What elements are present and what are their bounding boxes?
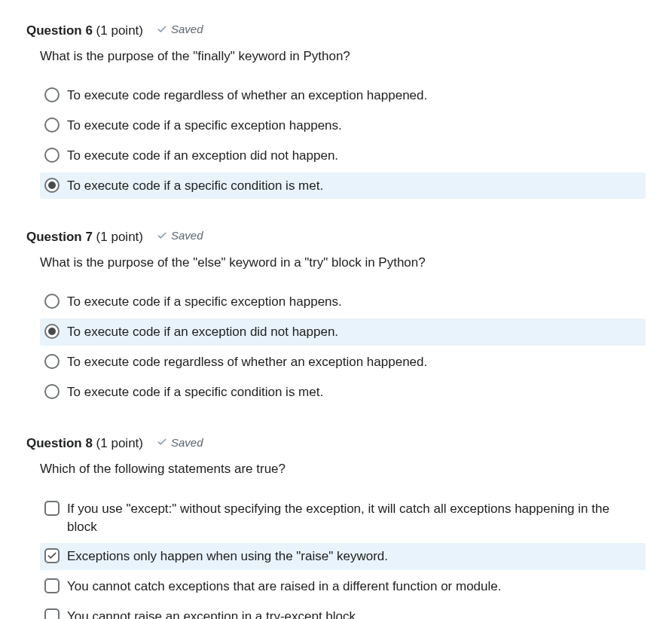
question-title: Question 7 (1 point) xyxy=(26,230,143,245)
saved-label: Saved xyxy=(171,23,203,35)
option-text: To execute code if a specific condition … xyxy=(67,383,640,401)
question-points: (1 point) xyxy=(96,436,143,450)
check-icon xyxy=(47,550,57,561)
question-title-prefix: Question xyxy=(26,436,85,450)
radio-input[interactable] xyxy=(44,324,60,339)
option-text: To execute code if an exception did not … xyxy=(67,147,640,165)
checkbox-input[interactable] xyxy=(44,548,60,563)
check-icon xyxy=(157,437,167,447)
question-number: 7 xyxy=(85,230,92,244)
question-title: Question 6 (1 point) xyxy=(26,23,143,38)
option-text: You cannot raise an exception in a try-e… xyxy=(67,608,640,619)
question-header: Question 8 (1 point)Saved xyxy=(26,436,646,452)
option-text: To execute code if a specific exception … xyxy=(67,117,640,135)
checkbox-input[interactable] xyxy=(44,608,60,619)
option-text: To execute code if an exception did not … xyxy=(67,323,640,341)
options-list: To execute code if a specific exception … xyxy=(40,288,646,405)
option-text: Exceptions only happen when using the "r… xyxy=(67,547,640,566)
radio-input[interactable] xyxy=(44,117,60,133)
question-title-prefix: Question xyxy=(26,23,85,38)
checkbox-input[interactable] xyxy=(44,501,60,516)
saved-label: Saved xyxy=(171,436,203,449)
check-icon xyxy=(157,24,167,35)
question-number: 6 xyxy=(85,23,92,38)
saved-label: Saved xyxy=(171,229,203,242)
option-text: You cannot catch exceptions that are rai… xyxy=(67,578,640,596)
options-list: To execute code regardless of whether an… xyxy=(40,82,646,199)
saved-indicator: Saved xyxy=(157,436,203,449)
option-row[interactable]: You cannot catch exceptions that are rai… xyxy=(40,573,646,600)
question-header: Question 7 (1 point)Saved xyxy=(26,229,646,245)
options-list: If you use "except:" without specifying … xyxy=(40,496,646,619)
option-row[interactable]: To execute code if an exception did not … xyxy=(40,319,646,346)
radio-input[interactable] xyxy=(44,148,60,163)
radio-input[interactable] xyxy=(44,87,60,102)
question-prompt: What is the purpose of the "finally" key… xyxy=(40,47,646,66)
question-title: Question 8 (1 point) xyxy=(26,436,143,451)
saved-indicator: Saved xyxy=(157,23,203,35)
saved-indicator: Saved xyxy=(157,229,203,242)
option-text: If you use "except:" without specifying … xyxy=(67,500,640,536)
question-block: Question 8 (1 point)SavedWhich of the fo… xyxy=(26,436,646,619)
option-text: To execute code if a specific condition … xyxy=(67,177,640,195)
radio-input[interactable] xyxy=(44,384,60,399)
option-row[interactable]: To execute code regardless of whether an… xyxy=(40,349,646,376)
option-text: To execute code regardless of whether an… xyxy=(67,87,640,105)
option-row[interactable]: Exceptions only happen when using the "r… xyxy=(40,543,646,570)
question-block: Question 7 (1 point)SavedWhat is the pur… xyxy=(26,229,646,405)
option-text: To execute code regardless of whether an… xyxy=(67,353,640,371)
option-row[interactable]: To execute code regardless of whether an… xyxy=(40,82,646,109)
check-icon xyxy=(157,230,167,241)
question-points: (1 point) xyxy=(96,23,143,38)
question-prompt: What is the purpose of the "else" keywor… xyxy=(40,254,646,273)
radio-input[interactable] xyxy=(44,178,60,193)
question-prompt: Which of the following statements are tr… xyxy=(40,460,646,479)
question-points: (1 point) xyxy=(96,230,143,244)
checkbox-input[interactable] xyxy=(44,578,60,593)
question-number: 8 xyxy=(85,436,92,450)
option-row[interactable]: To execute code if a specific condition … xyxy=(40,379,646,406)
option-row[interactable]: If you use "except:" without specifying … xyxy=(40,496,646,541)
option-row[interactable]: To execute code if a specific exception … xyxy=(40,288,646,316)
question-header: Question 6 (1 point)Saved xyxy=(26,23,646,38)
option-row[interactable]: To execute code if a specific exception … xyxy=(40,112,646,139)
question-title-prefix: Question xyxy=(26,230,85,244)
option-row[interactable]: To execute code if an exception did not … xyxy=(40,142,646,169)
option-row[interactable]: You cannot raise an exception in a try-e… xyxy=(40,603,646,619)
radio-input[interactable] xyxy=(44,294,60,309)
option-text: To execute code if a specific exception … xyxy=(67,293,640,311)
option-row[interactable]: To execute code if a specific condition … xyxy=(40,172,646,200)
radio-input[interactable] xyxy=(44,354,60,369)
quiz-container: Question 6 (1 point)SavedWhat is the pur… xyxy=(26,23,646,619)
question-block: Question 6 (1 point)SavedWhat is the pur… xyxy=(26,23,646,199)
